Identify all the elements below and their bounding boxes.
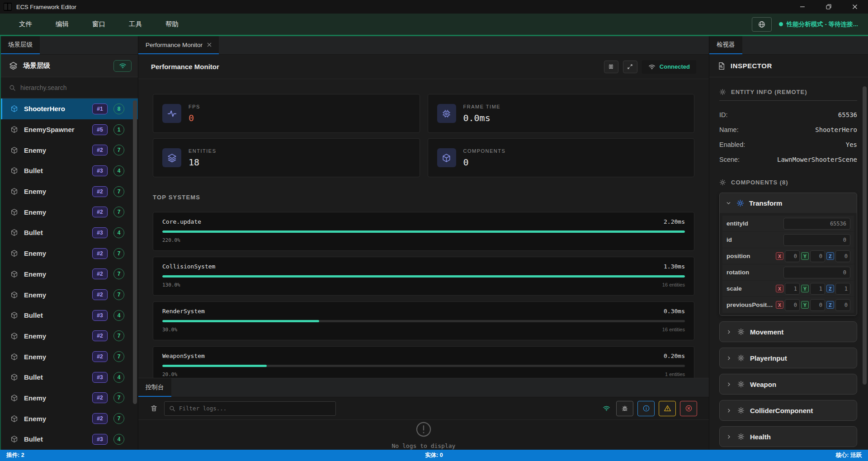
entity-count-badge: 7 bbox=[113, 351, 124, 362]
profiling-mode-status: 性能分析模式 - 等待连接... bbox=[779, 20, 858, 28]
menu-item[interactable]: 文件 bbox=[19, 20, 32, 28]
hierarchy-row[interactable]: Bullet #3 4 bbox=[1, 429, 138, 450]
vector-y-input[interactable]: 0 bbox=[810, 299, 825, 311]
tab-close-icon[interactable] bbox=[207, 42, 212, 47]
hierarchy-row[interactable]: Bullet #3 4 bbox=[1, 367, 138, 388]
entity-archetype-badge: #2 bbox=[92, 145, 108, 155]
collapsed-component-card[interactable]: PlayerInput bbox=[719, 348, 857, 368]
debug-filter-button[interactable] bbox=[616, 401, 633, 416]
hierarchy-row[interactable]: Enemy #2 7 bbox=[1, 346, 138, 367]
menu-item[interactable]: 编辑 bbox=[56, 20, 69, 28]
system-progress-track bbox=[162, 365, 685, 367]
entity-name: Enemy bbox=[24, 394, 86, 402]
collapsed-component-card[interactable]: ColliderComponent bbox=[719, 400, 857, 421]
entity-name: Enemy bbox=[24, 353, 86, 361]
menu-item[interactable]: 工具 bbox=[129, 20, 142, 28]
collapsed-component-card[interactable]: Movement bbox=[719, 321, 857, 342]
vector-y-input[interactable]: 1 bbox=[810, 283, 825, 295]
entity-archetype-badge: #2 bbox=[92, 351, 108, 362]
system-card: RenderSystem 0.30ms 30.0% 16 entities bbox=[153, 301, 694, 340]
system-name: WeaponSystem bbox=[162, 353, 205, 359]
monitor-tab-strip: Performance Monitor bbox=[138, 36, 709, 55]
tab-inspector[interactable]: 检视器 bbox=[709, 36, 742, 54]
info-filter-button[interactable] bbox=[637, 401, 655, 416]
hierarchy-row[interactable]: Enemy #2 7 bbox=[1, 181, 138, 202]
hierarchy-row[interactable]: Enemy #2 7 bbox=[1, 284, 138, 305]
monitor-body: FPS 0 FRAME TIME 0.0m bbox=[138, 79, 709, 378]
component-box-icon bbox=[437, 148, 456, 167]
hierarchy-row[interactable]: Enemy #2 7 bbox=[1, 408, 138, 429]
language-globe-button[interactable] bbox=[752, 17, 772, 32]
tab-scene-hierarchy[interactable]: 场景层级 bbox=[1, 36, 40, 54]
vector-x-input[interactable]: 1 bbox=[785, 283, 800, 295]
system-percent: 20.0% bbox=[162, 372, 177, 377]
search-icon bbox=[169, 405, 175, 412]
hierarchy-row[interactable]: Enemy #2 7 bbox=[1, 388, 138, 409]
hierarchy-row[interactable]: ShooterHero #1 8 bbox=[1, 99, 138, 119]
entity-name: Enemy bbox=[24, 270, 86, 278]
property-value-input[interactable]: 0 bbox=[783, 234, 850, 246]
menu-item[interactable]: 帮助 bbox=[165, 20, 179, 28]
entity-archetype-badge: #1 bbox=[92, 103, 108, 114]
close-button[interactable] bbox=[842, 0, 868, 14]
entity-count-badge: 7 bbox=[113, 186, 124, 197]
tab-console[interactable]: 控制台 bbox=[138, 378, 171, 397]
entity-cube-icon bbox=[10, 373, 18, 381]
field-value: Yes bbox=[846, 141, 857, 148]
pause-button[interactable] bbox=[604, 61, 618, 73]
hierarchy-row[interactable]: Bullet #3 4 bbox=[1, 160, 138, 181]
vector-z-input[interactable]: 0 bbox=[835, 299, 850, 311]
clear-logs-button[interactable] bbox=[150, 405, 158, 412]
stat-label: FPS bbox=[189, 104, 200, 109]
error-filter-button[interactable] bbox=[680, 401, 697, 416]
hierarchy-row[interactable]: Enemy #2 7 bbox=[1, 140, 138, 160]
hierarchy-scrollbar[interactable] bbox=[133, 100, 137, 404]
performance-monitor-panel: Performance Monitor Performance Monitor bbox=[138, 36, 709, 450]
entity-count-badge: 7 bbox=[113, 268, 124, 279]
entity-count-badge: 7 bbox=[113, 248, 124, 259]
log-stream-wifi-icon[interactable] bbox=[603, 405, 610, 412]
field-value: 65536 bbox=[838, 111, 857, 118]
restore-button[interactable] bbox=[816, 0, 842, 14]
vector-y-input[interactable]: 0 bbox=[810, 250, 825, 262]
collapsed-component-card[interactable]: Weapon bbox=[719, 374, 857, 395]
vector-x-input[interactable]: 0 bbox=[785, 299, 800, 311]
transform-header[interactable]: Transform bbox=[720, 193, 857, 213]
entity-count-badge: 4 bbox=[113, 434, 124, 445]
vector-z-input[interactable]: 0 bbox=[835, 250, 850, 262]
hierarchy-row[interactable]: Bullet #3 4 bbox=[1, 222, 138, 243]
hierarchy-row[interactable]: Enemy #2 7 bbox=[1, 243, 138, 264]
property-value-input[interactable]: 0 bbox=[783, 267, 850, 278]
collapsed-component-card[interactable]: Health bbox=[719, 426, 857, 447]
log-filter-input[interactable] bbox=[179, 405, 331, 412]
vector-z-input[interactable]: 1 bbox=[835, 283, 850, 295]
stat-value: 0.0ms bbox=[463, 113, 501, 123]
axis-x-badge: X bbox=[776, 252, 783, 260]
console-toolbar bbox=[138, 397, 709, 420]
field-label: Scene: bbox=[719, 156, 740, 163]
expand-button[interactable] bbox=[623, 61, 637, 73]
inspector-scrollbar[interactable] bbox=[863, 86, 867, 385]
system-progress-fill bbox=[162, 365, 267, 367]
component-gear-icon bbox=[737, 354, 745, 362]
property-value-input[interactable]: 65536 bbox=[783, 218, 850, 230]
entity-archetype-badge: #3 bbox=[92, 310, 108, 321]
hierarchy-row[interactable]: Enemy #2 7 bbox=[1, 326, 138, 347]
tab-performance-monitor[interactable]: Performance Monitor bbox=[138, 36, 219, 54]
minimize-button[interactable] bbox=[789, 0, 816, 14]
hierarchy-row[interactable]: EnemySpawner #5 1 bbox=[1, 119, 138, 140]
chevron-right-icon bbox=[726, 355, 732, 361]
menu-item[interactable]: 窗口 bbox=[92, 20, 105, 28]
hierarchy-row[interactable]: Enemy #2 7 bbox=[1, 264, 138, 285]
system-time: 2.20ms bbox=[664, 218, 685, 225]
hierarchy-search-input[interactable] bbox=[20, 84, 130, 91]
entity-cube-icon bbox=[10, 126, 18, 133]
stat-value: 0 bbox=[189, 113, 200, 123]
warning-filter-button[interactable] bbox=[659, 401, 676, 416]
hierarchy-row[interactable]: Bullet #3 4 bbox=[1, 305, 138, 326]
vector-x-input[interactable]: 0 bbox=[785, 250, 800, 262]
entity-archetype-badge: #2 bbox=[92, 330, 108, 341]
hierarchy-row[interactable]: Enemy #2 7 bbox=[1, 202, 138, 222]
remote-connection-button[interactable] bbox=[113, 60, 132, 72]
components-section-header: COMPONENTS (8) bbox=[719, 179, 857, 186]
